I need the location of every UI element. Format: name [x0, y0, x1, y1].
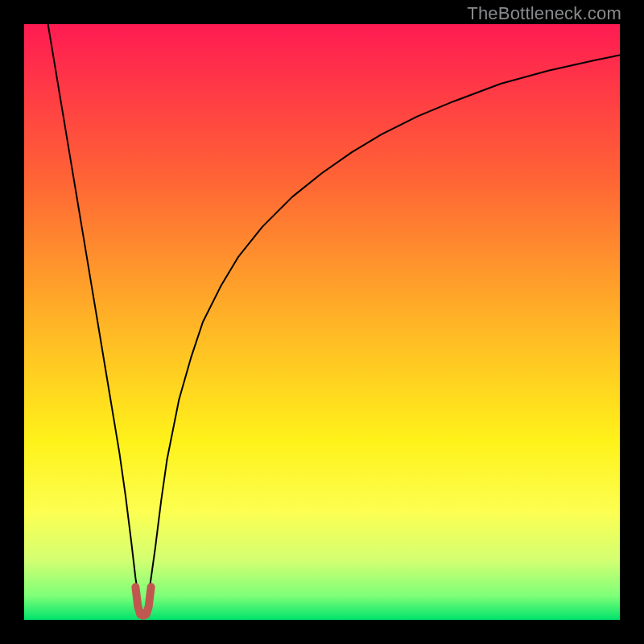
watermark-text: TheBottleneck.com: [467, 3, 621, 24]
chart-frame: TheBottleneck.com: [0, 0, 644, 644]
bottleneck-chart: [24, 24, 620, 620]
chart-background: [24, 24, 620, 620]
